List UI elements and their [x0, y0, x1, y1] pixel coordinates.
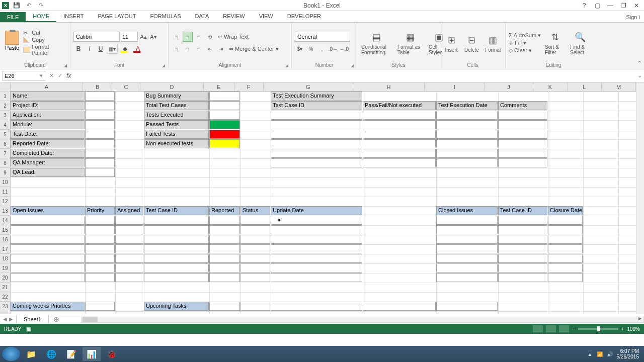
cell[interactable]	[85, 92, 115, 101]
cell[interactable]: QA Manager:	[11, 158, 85, 167]
cell[interactable]	[436, 263, 498, 273]
cut-button[interactable]: ✂Cut	[23, 30, 67, 36]
cell[interactable]: Assigned	[115, 206, 143, 215]
cell[interactable]	[240, 216, 270, 225]
insert-cells-button[interactable]: ⊞Insert	[443, 32, 459, 54]
column-header[interactable]: G	[264, 82, 353, 92]
cell[interactable]: Test Execution Summary	[271, 92, 362, 101]
cell[interactable]	[548, 216, 583, 225]
expand-formula-bar-button[interactable]: ⌄	[635, 72, 644, 79]
cell[interactable]	[271, 302, 362, 311]
excel-taskbar-icon[interactable]: 📊	[83, 347, 101, 361]
decrease-indent-button[interactable]: ⇤	[205, 44, 215, 54]
enter-formula-icon[interactable]: ✓	[58, 72, 62, 79]
paste-button[interactable]: Paste	[3, 30, 21, 56]
cell[interactable]	[209, 216, 240, 225]
cell[interactable]	[85, 273, 115, 282]
column-header[interactable]: E	[204, 82, 234, 92]
find-select-button[interactable]: 🔍Find & Select	[569, 29, 591, 56]
normal-view-button[interactable]	[533, 325, 543, 332]
cell[interactable]	[85, 168, 115, 177]
scrollbar-thumb[interactable]	[83, 317, 98, 322]
cell[interactable]	[209, 302, 240, 311]
cell[interactable]	[209, 244, 240, 253]
cell[interactable]	[144, 216, 209, 225]
column-header[interactable]: A	[11, 82, 83, 92]
cell[interactable]	[209, 225, 240, 234]
minimize-button[interactable]: —	[605, 1, 616, 11]
tab-data[interactable]: DATA	[188, 11, 216, 22]
cell[interactable]	[209, 263, 240, 273]
cell[interactable]	[363, 302, 436, 311]
cell[interactable]	[436, 273, 498, 282]
cell[interactable]	[144, 225, 209, 234]
cell[interactable]: Bug Summary	[144, 92, 209, 101]
cell[interactable]	[240, 263, 270, 273]
decrease-font-button[interactable]: A▾	[149, 32, 158, 42]
cell[interactable]: Update Date	[271, 206, 362, 215]
tab-review[interactable]: REVIEW	[216, 11, 252, 22]
column-header[interactable]: K	[533, 82, 568, 92]
row-header[interactable]: 12	[0, 197, 11, 206]
sort-filter-button[interactable]: ⇅Sort & Filter	[544, 29, 566, 56]
new-sheet-button[interactable]: ⊕	[52, 315, 61, 324]
cell[interactable]	[548, 225, 583, 234]
zoom-out-button[interactable]: −	[572, 326, 575, 332]
cell[interactable]	[436, 111, 498, 120]
tab-page-layout[interactable]: PAGE LAYOUT	[91, 11, 143, 22]
cell[interactable]: Failed Tests	[144, 130, 209, 139]
cell[interactable]	[498, 244, 547, 253]
row-header[interactable]: 22	[0, 292, 11, 302]
cell[interactable]	[363, 130, 436, 139]
cell[interactable]	[498, 216, 547, 225]
cell[interactable]: Status	[240, 206, 270, 215]
redo-button[interactable]: ↷	[36, 1, 45, 10]
cell[interactable]: Name:	[11, 92, 85, 101]
cell[interactable]: Application:	[11, 111, 85, 120]
page-break-view-button[interactable]	[559, 325, 569, 332]
cell[interactable]	[240, 302, 270, 311]
cell[interactable]	[548, 244, 583, 253]
cancel-formula-icon[interactable]: ✕	[49, 72, 54, 79]
cell[interactable]: Project ID:	[11, 101, 85, 110]
cell[interactable]	[209, 130, 240, 139]
autosum-button[interactable]: ΣAutoSum ▾	[509, 32, 541, 39]
cell[interactable]	[498, 120, 547, 129]
cell[interactable]	[144, 263, 209, 273]
cell[interactable]	[436, 216, 498, 225]
borders-button[interactable]: ▦▾	[107, 44, 118, 54]
row-header[interactable]: 7	[0, 149, 11, 158]
cell[interactable]	[271, 254, 362, 263]
cell[interactable]	[85, 225, 115, 234]
cell[interactable]	[85, 139, 115, 148]
cell[interactable]	[271, 149, 362, 158]
cell[interactable]: Reported Date:	[11, 139, 85, 148]
dialog-launcher-icon[interactable]: ◢	[285, 63, 288, 68]
cell[interactable]	[436, 244, 498, 253]
column-header[interactable]: J	[485, 82, 533, 92]
cell[interactable]	[498, 273, 547, 282]
increase-indent-button[interactable]: ⇥	[216, 44, 226, 54]
scroll-right-icon[interactable]: ▶	[636, 316, 643, 322]
increase-font-button[interactable]: A▴	[139, 32, 148, 42]
cell[interactable]	[144, 254, 209, 263]
column-header[interactable]: B	[83, 82, 112, 92]
cell[interactable]	[11, 235, 85, 244]
cell[interactable]	[209, 120, 240, 129]
cell[interactable]	[363, 149, 436, 158]
align-right-button[interactable]: ≡	[194, 44, 204, 54]
cell[interactable]	[144, 244, 209, 253]
row-headers[interactable]: 123456789101112131415161718192021222324	[0, 92, 11, 314]
row-header[interactable]: 20	[0, 273, 11, 283]
dialog-launcher-icon[interactable]: ◢	[162, 63, 165, 68]
column-header[interactable]: M	[602, 82, 636, 92]
tab-file[interactable]: FILE	[0, 12, 26, 22]
sign-in-link[interactable]: Sign i	[622, 12, 644, 22]
top-align-button[interactable]: ≡	[172, 32, 182, 42]
cell[interactable]	[11, 273, 85, 282]
cell[interactable]	[271, 139, 362, 148]
format-as-table-button[interactable]: ▦Format as Table	[396, 29, 424, 56]
cell[interactable]	[85, 216, 115, 225]
cell[interactable]	[271, 263, 362, 273]
page-layout-view-button[interactable]	[546, 325, 556, 332]
